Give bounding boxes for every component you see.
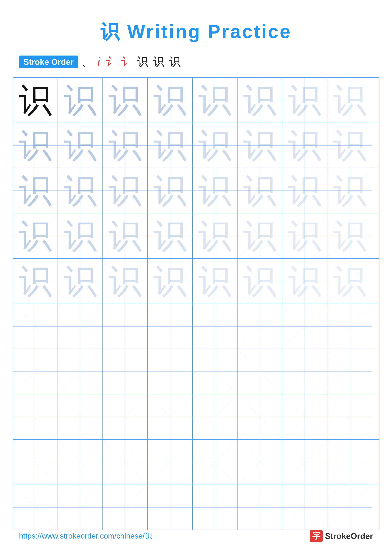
grid-cell[interactable] — [327, 394, 372, 439]
grid-cell[interactable] — [192, 394, 237, 439]
grid-cell[interactable]: 识 — [13, 213, 58, 258]
grid-cell[interactable] — [282, 304, 327, 349]
grid-cell[interactable]: 识 — [282, 78, 327, 123]
svg-line-174 — [148, 304, 192, 349]
grid-cell[interactable] — [327, 349, 372, 394]
grid-cell[interactable]: 识 — [327, 78, 372, 123]
grid-cell[interactable] — [148, 394, 192, 439]
grid-cell[interactable] — [282, 394, 327, 439]
grid-cell[interactable] — [192, 304, 237, 349]
grid-cell[interactable]: 识 — [282, 259, 327, 304]
grid-cell[interactable]: 识 — [58, 123, 103, 168]
grid-cell[interactable]: 识 — [237, 168, 282, 213]
grid-cell[interactable] — [148, 440, 192, 485]
practice-char: 识 — [243, 264, 276, 298]
grid-cell[interactable]: 识 — [237, 259, 282, 304]
grid-cell[interactable]: 识 — [13, 259, 58, 304]
grid-cell[interactable]: 识 — [13, 123, 58, 168]
grid-cell[interactable]: 识 — [282, 168, 327, 213]
grid-cell[interactable]: 识 — [103, 78, 148, 123]
grid-cell[interactable] — [13, 440, 58, 485]
grid-cell[interactable] — [192, 349, 237, 394]
grid-cell[interactable]: 识 — [58, 213, 103, 258]
svg-line-171 — [103, 304, 147, 349]
svg-line-263 — [58, 440, 102, 484]
grid-row: 识 识 识 识 识 识 — [13, 213, 379, 259]
grid-cell[interactable]: 识 — [148, 123, 192, 168]
grid-cell[interactable]: 识 — [327, 259, 372, 304]
grid-cell[interactable]: 识 — [192, 213, 237, 258]
footer-url[interactable]: https://www.strokeorder.com/chinese/识 — [19, 531, 152, 541]
svg-line-207 — [148, 349, 192, 394]
grid-cell[interactable]: 识 — [192, 78, 237, 123]
grid-cell[interactable] — [148, 349, 192, 394]
grid-cell[interactable] — [58, 304, 103, 349]
grid-cell[interactable] — [237, 304, 282, 349]
grid-cell[interactable] — [237, 349, 282, 394]
grid-cell[interactable] — [282, 349, 327, 394]
stroke-order-badge: Stroke Order — [19, 56, 78, 68]
grid-cell[interactable]: 识 — [103, 168, 148, 213]
grid-cell[interactable] — [103, 304, 148, 349]
grid-cell[interactable] — [237, 394, 282, 439]
grid-cell[interactable] — [58, 440, 103, 485]
grid-cell[interactable]: 识 — [148, 213, 192, 258]
grid-cell[interactable]: 识 — [282, 213, 327, 258]
grid-cell[interactable] — [282, 485, 327, 530]
grid-cell[interactable] — [13, 304, 58, 349]
grid-cell[interactable]: 识 — [103, 123, 148, 168]
grid-row — [13, 440, 379, 485]
svg-line-226 — [13, 394, 57, 439]
grid-cell[interactable]: 识 — [192, 168, 237, 213]
grid-cell[interactable]: 识 — [192, 123, 237, 168]
practice-char: 识 — [64, 84, 97, 117]
grid-cell[interactable]: 识 — [327, 168, 372, 213]
grid-cell[interactable]: 识 — [192, 259, 237, 304]
grid-cell[interactable] — [192, 440, 237, 485]
grid-cell[interactable] — [192, 485, 237, 530]
grid-cell[interactable] — [148, 485, 192, 530]
svg-line-235 — [103, 394, 147, 439]
grid-cell[interactable]: 识 — [148, 259, 192, 304]
grid-cell[interactable]: 识 — [282, 123, 327, 168]
grid-cell[interactable]: 识 — [58, 78, 103, 123]
practice-char: 识 — [288, 84, 321, 117]
grid-cell[interactable] — [103, 440, 148, 485]
grid-cell[interactable] — [13, 394, 58, 439]
grid-cell[interactable] — [103, 485, 148, 530]
grid-cell[interactable] — [237, 485, 282, 530]
grid-cell[interactable]: 识 — [13, 78, 58, 123]
svg-line-238 — [148, 394, 192, 439]
grid-cell[interactable]: 识 — [327, 123, 372, 168]
grid-cell[interactable] — [103, 394, 148, 439]
grid-cell[interactable] — [327, 440, 372, 485]
grid-cell[interactable] — [327, 304, 372, 349]
svg-line-214 — [237, 349, 282, 394]
grid-cell[interactable]: 识 — [13, 168, 58, 213]
grid-cell[interactable] — [13, 349, 58, 394]
grid-row: 识 识 识 识 识 识 — [13, 123, 379, 168]
grid-cell[interactable]: 识 — [148, 78, 192, 123]
grid-cell[interactable]: 识 — [148, 168, 192, 213]
grid-cell[interactable] — [327, 485, 372, 530]
stroke-order-chars: 、 i 讠 讠 识 识 识 — [81, 54, 183, 69]
grid-cell[interactable]: 识 — [103, 259, 148, 304]
practice-char: 识 — [333, 264, 366, 298]
grid-cell[interactable]: 识 — [58, 259, 103, 304]
grid-cell[interactable]: 识 — [103, 213, 148, 258]
grid-cell[interactable] — [148, 304, 192, 349]
grid-cell[interactable] — [237, 440, 282, 485]
grid-cell[interactable] — [58, 349, 103, 394]
practice-char: 识 — [243, 84, 276, 117]
grid-cell[interactable]: 识 — [237, 78, 282, 123]
grid-cell[interactable]: 识 — [237, 213, 282, 258]
grid-cell[interactable]: 识 — [58, 168, 103, 213]
grid-cell[interactable] — [13, 485, 58, 530]
grid-cell[interactable] — [282, 440, 327, 485]
practice-char: 识 — [153, 84, 187, 117]
grid-cell[interactable] — [103, 349, 148, 394]
grid-cell[interactable]: 识 — [327, 213, 372, 258]
grid-cell[interactable] — [58, 485, 103, 530]
grid-cell[interactable]: 识 — [237, 123, 282, 168]
grid-cell[interactable] — [58, 394, 103, 439]
